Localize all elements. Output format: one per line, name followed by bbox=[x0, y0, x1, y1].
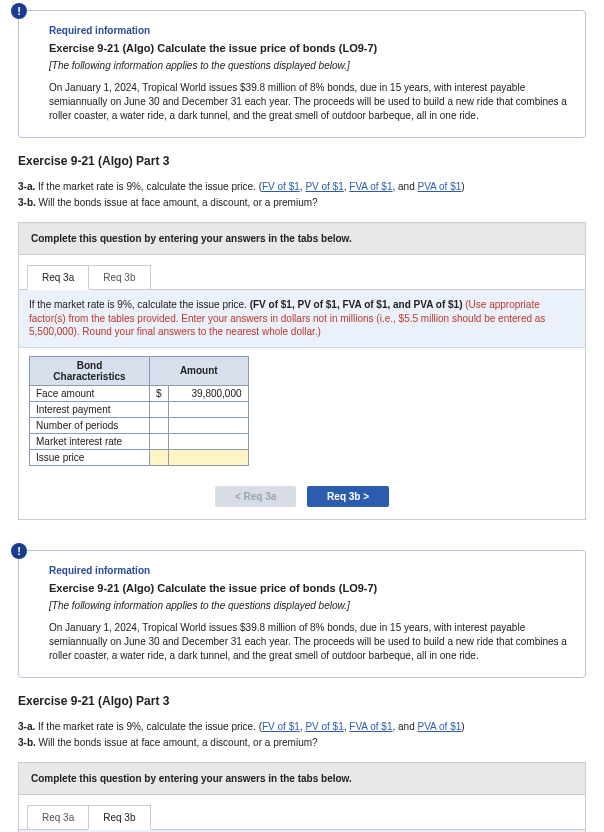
tab-req-3a[interactable]: Req 3a bbox=[27, 805, 89, 830]
question-3b: 3-b. Will the bonds issue at face amount… bbox=[18, 196, 586, 210]
prev-req-3a-button[interactable]: < Req 3a bbox=[215, 486, 296, 507]
question-3b: 3-b. Will the bonds issue at face amount… bbox=[18, 736, 586, 750]
fv-link[interactable]: FV of $1 bbox=[262, 721, 300, 732]
pva-link[interactable]: PVA of $1 bbox=[418, 181, 462, 192]
pv-link[interactable]: PV of $1 bbox=[305, 721, 343, 732]
answer-head: Complete this question by entering your … bbox=[19, 223, 585, 255]
row-face-amount-label: Face amount bbox=[30, 385, 150, 401]
tab-req-3a[interactable]: Req 3a bbox=[27, 265, 89, 290]
col-amount: Amount bbox=[150, 356, 249, 385]
required-info-label: Required information bbox=[49, 25, 567, 36]
nav-buttons: < Req 3a Req 3b > bbox=[19, 480, 585, 519]
bond-table-wrap: Bond Characteristics Amount Face amount … bbox=[19, 348, 585, 480]
row-market-rate-label: Market interest rate bbox=[30, 433, 150, 449]
question-3a: 3-a. If the market rate is 9%, calculate… bbox=[18, 720, 586, 734]
tab-req-3b[interactable]: Req 3b bbox=[88, 805, 150, 830]
fva-link[interactable]: FVA of $1 bbox=[349, 181, 392, 192]
required-info-label: Required information bbox=[49, 565, 567, 576]
periods-input[interactable] bbox=[168, 417, 248, 433]
question-3a: 3-a. If the market rate is 9%, calculate… bbox=[18, 180, 586, 194]
row-interest-label: Interest payment bbox=[30, 401, 150, 417]
market-rate-input[interactable] bbox=[168, 433, 248, 449]
next-req-3b-button[interactable]: Req 3b > bbox=[307, 486, 389, 507]
row-issue-price-label: Issue price bbox=[30, 449, 150, 465]
part-title: Exercise 9-21 (Algo) Part 3 bbox=[18, 154, 586, 168]
fv-link[interactable]: FV of $1 bbox=[262, 181, 300, 192]
row-periods-label: Number of periods bbox=[30, 417, 150, 433]
pv-link[interactable]: PV of $1 bbox=[305, 181, 343, 192]
pva-link[interactable]: PVA of $1 bbox=[418, 721, 462, 732]
exclamation-icon: ! bbox=[11, 543, 27, 559]
instruction-text: If the market rate is 9%, calculate the … bbox=[19, 290, 585, 348]
table-row: Interest payment bbox=[30, 401, 249, 417]
table-row: Number of periods bbox=[30, 417, 249, 433]
exercise-body: On January 1, 2024, Tropical World issue… bbox=[49, 621, 567, 663]
table-row: Face amount $ 39,800,000 bbox=[30, 385, 249, 401]
part-title: Exercise 9-21 (Algo) Part 3 bbox=[18, 694, 586, 708]
exercise-title: Exercise 9-21 (Algo) Calculate the issue… bbox=[49, 42, 567, 54]
table-row: Market interest rate bbox=[30, 433, 249, 449]
tab-req-3b[interactable]: Req 3b bbox=[88, 265, 150, 290]
required-info-box: ! Required information Exercise 9-21 (Al… bbox=[18, 10, 586, 138]
col-bond-char: Bond Characteristics bbox=[30, 356, 150, 385]
answer-head: Complete this question by entering your … bbox=[19, 763, 585, 795]
applies-note: [The following information applies to th… bbox=[49, 600, 567, 611]
interest-payment-input[interactable] bbox=[168, 401, 248, 417]
face-amount-value[interactable]: 39,800,000 bbox=[168, 385, 248, 401]
fva-link[interactable]: FVA of $1 bbox=[349, 721, 392, 732]
issue-price-input[interactable] bbox=[168, 449, 248, 465]
tabs: Req 3a Req 3b bbox=[19, 255, 585, 290]
bond-table: Bond Characteristics Amount Face amount … bbox=[29, 356, 249, 466]
exclamation-icon: ! bbox=[11, 3, 27, 19]
answer-block-3b: Complete this question by entering your … bbox=[18, 762, 586, 833]
dollar-sign: $ bbox=[150, 385, 169, 401]
exercise-body: On January 1, 2024, Tropical World issue… bbox=[49, 81, 567, 123]
applies-note: [The following information applies to th… bbox=[49, 60, 567, 71]
table-row: Issue price bbox=[30, 449, 249, 465]
required-info-box: ! Required information Exercise 9-21 (Al… bbox=[18, 550, 586, 678]
answer-block-3a: Complete this question by entering your … bbox=[18, 222, 586, 520]
tabs: Req 3a Req 3b bbox=[19, 795, 585, 830]
exercise-title: Exercise 9-21 (Algo) Calculate the issue… bbox=[49, 582, 567, 594]
